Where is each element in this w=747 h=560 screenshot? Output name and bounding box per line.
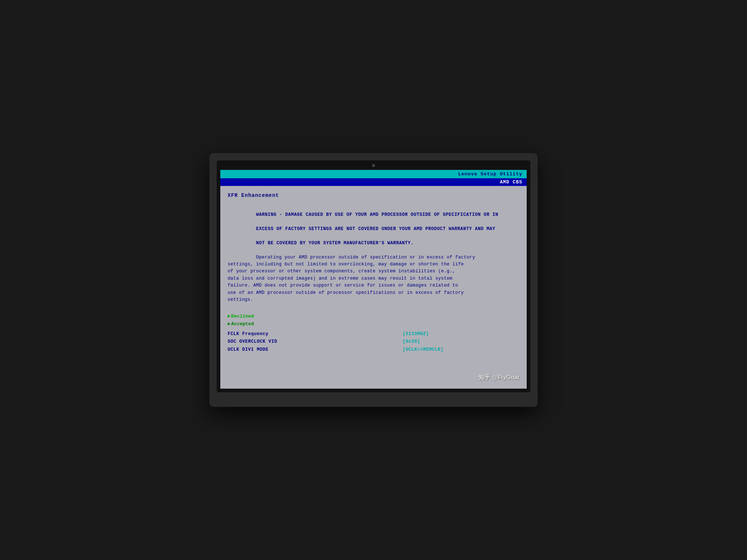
warning-caps-line2: EXCESS OF FACTORY SETTINGS ARE NOT COVER…: [256, 226, 495, 232]
warning-block: WARNING - DAMAGE CAUSED BY USE OF YOUR A…: [228, 205, 519, 311]
declined-label: Declined: [231, 313, 254, 320]
fclk-key: FCLK Frequency: [228, 331, 388, 338]
watermark: 知乎 @FlyGoat: [479, 374, 519, 381]
warning-caps-line1: WARNING - DAMAGE CAUSED BY USE OF YOUR A…: [256, 212, 498, 217]
uclk-value: [UCLK==MEMCLK]: [403, 346, 519, 353]
top-bar-title: Lenovo Setup Utility: [458, 171, 522, 177]
soc-key: SOC OVERCLOCK VID: [228, 338, 388, 345]
arrow-icon: ►: [228, 313, 231, 320]
settings-row-uclk[interactable]: UCLK DIV1 MODE [UCLK==MEMCLK]: [228, 346, 519, 353]
title-bar: AMD CBS: [220, 178, 527, 186]
settings-table: FCLK Frequency [2133MHZ] SOC OVERCLOCK V…: [228, 331, 519, 353]
screen-bezel: Lenovo Setup Utility AMD CBS XFR Enhance…: [217, 160, 530, 392]
uclk-key: UCLK DIV1 MODE: [228, 346, 388, 353]
bios-screen: Lenovo Setup Utility AMD CBS XFR Enhance…: [220, 170, 527, 389]
section-title: XFR Enhancement: [228, 192, 519, 199]
settings-row-soc[interactable]: SOC OVERCLOCK VID [0x38]: [228, 338, 519, 345]
content-area: XFR Enhancement WARNING - DAMAGE CAUSED …: [220, 186, 527, 360]
warning-caps-line3: NOT BE COVERED BY YOUR SYSTEM MANUFACTUR…: [256, 241, 414, 246]
laptop-frame: Lenovo Setup Utility AMD CBS XFR Enhance…: [209, 153, 538, 407]
title-bar-text: AMD CBS: [500, 179, 522, 185]
fclk-value: [2133MHZ]: [403, 331, 519, 338]
top-bar: Lenovo Setup Utility: [220, 170, 527, 178]
soc-value: [0x38]: [403, 338, 519, 345]
settings-row-fclk[interactable]: FCLK Frequency [2133MHZ]: [228, 331, 519, 338]
accepted-label: Accepted: [231, 320, 254, 328]
warning-body: Operating your AMD processor outside of …: [228, 255, 475, 302]
arrow-icon-2: ►: [228, 320, 231, 328]
option-declined[interactable]: ► Declined: [228, 313, 519, 320]
option-accepted[interactable]: ► Accepted: [228, 320, 519, 328]
